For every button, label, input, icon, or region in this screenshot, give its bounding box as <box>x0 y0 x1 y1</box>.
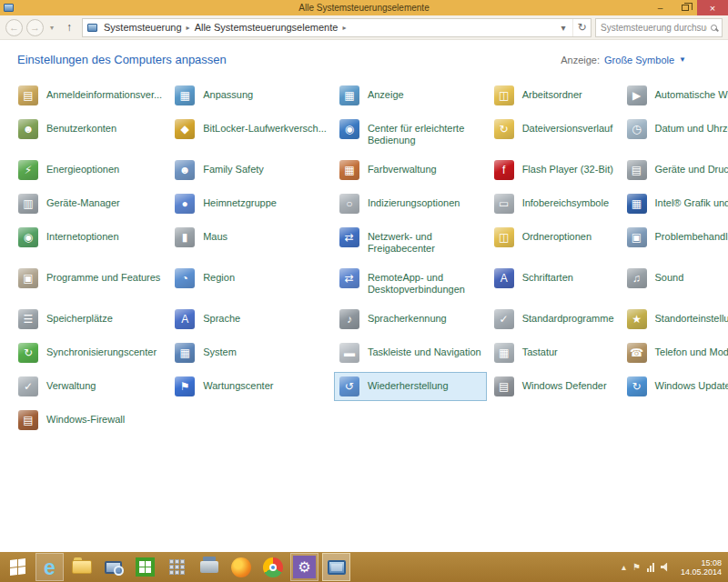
control-panel-item[interactable]: ASprache <box>169 305 332 334</box>
devices-icon[interactable] <box>195 553 223 581</box>
view-label: Anzeige: <box>561 55 600 65</box>
tray-expand-icon[interactable]: ▴ <box>622 562 626 572</box>
control-panel-item-label: Verwaltung <box>46 376 96 392</box>
address-field[interactable]: Systemsteuerung ▸ Alle Systemsteuerungse… <box>82 18 592 37</box>
control-panel-window-icon[interactable] <box>322 553 350 581</box>
control-panel-item[interactable]: ✓Verwaltung <box>13 372 167 401</box>
action-center-flag-icon[interactable]: ⚑ <box>632 562 641 572</box>
breadcrumb-control-panel[interactable]: Systemsteuerung <box>101 22 185 33</box>
control-panel-item-label: Region <box>203 268 235 284</box>
control-panel-item[interactable]: ★Standorteinstellungen <box>622 305 728 334</box>
control-panel-item-label: Wartungscenter <box>203 376 273 392</box>
history-dropdown-icon[interactable]: ▾ <box>47 24 56 32</box>
control-panel-item[interactable]: ☰Speicherplätze <box>13 305 167 334</box>
control-panel-item-label: Energieoptionen <box>46 160 119 176</box>
control-panel-item[interactable]: ◉Internetoptionen <box>13 223 167 259</box>
credential-manager-icon: ▤ <box>18 85 38 105</box>
control-panel-item[interactable]: ▮Maus <box>169 223 332 259</box>
refresh-icon[interactable]: ↻ <box>572 19 591 36</box>
address-dropdown-icon[interactable]: ▾ <box>554 19 572 36</box>
control-panel-item[interactable]: ▦Farbverwaltung <box>334 156 487 185</box>
minimize-button[interactable]: – <box>648 0 672 15</box>
app-grid-icon[interactable] <box>163 553 191 581</box>
control-panel-item[interactable]: ▦System <box>169 338 332 367</box>
up-button[interactable]: ↑ <box>60 19 78 36</box>
phone-modem-icon: ☎ <box>627 343 647 363</box>
control-panel-item[interactable]: ▣Problembehandlung <box>622 223 728 259</box>
location-settings-icon: ★ <box>627 309 647 329</box>
homegroup-icon: ● <box>175 194 195 214</box>
title-bar: Alle Systemsteuerungselemente – × <box>0 0 728 15</box>
mouse-icon: ▮ <box>175 227 195 247</box>
control-panel-item[interactable]: ⇄RemoteApp- undDesktopverbindungen <box>334 264 487 300</box>
control-panel-item-label: BitLocker-Laufwerkversch... <box>203 119 327 135</box>
search-computer-icon[interactable] <box>99 553 127 581</box>
chrome-icon[interactable] <box>258 553 287 581</box>
control-panel-item[interactable]: ▶Automatische Wiedergabe <box>622 81 728 110</box>
control-panel-item[interactable]: ⇄Netzwerk- undFreigabecenter <box>334 223 487 259</box>
control-panel-item[interactable]: ◉Center für erleichterteBedienung <box>334 115 487 151</box>
control-panel-item[interactable]: ☎Telefon und Modem <box>622 338 728 367</box>
control-panel-item-label: Anpassung <box>203 85 253 101</box>
clock[interactable]: 15:08 14.05.2014 <box>677 558 722 577</box>
control-panel-item[interactable]: ◫Arbeitsordner <box>489 81 620 110</box>
control-panel-grid: ▤Anmeldeinformationsver...▦Anpassung▦Anz… <box>0 75 728 435</box>
control-panel-item[interactable]: ↺Wiederherstellung <box>334 372 487 401</box>
control-panel-item[interactable]: ◔Region <box>169 264 332 300</box>
control-panel-item[interactable]: ☻Family Safety <box>169 156 332 185</box>
control-panel-item[interactable]: ○Indizierungsoptionen <box>334 189 487 218</box>
control-panel-item[interactable]: fFlash Player (32-Bit) <box>489 156 620 185</box>
start-button[interactable] <box>4 553 32 581</box>
search-icon[interactable] <box>711 25 717 31</box>
control-panel-item[interactable]: ✓Standardprogramme <box>489 305 620 334</box>
settings-gear-icon[interactable]: ⚙ <box>290 553 318 581</box>
control-panel-item[interactable]: ↻Synchronisierungscenter <box>13 338 167 367</box>
control-panel-item[interactable]: ↻Dateiversionsverlauf <box>489 115 620 151</box>
file-explorer-icon[interactable] <box>67 553 96 581</box>
network-icon[interactable] <box>647 563 654 572</box>
control-panel-item[interactable]: ●Heimnetzgruppe <box>169 189 332 218</box>
control-panel-item[interactable]: ▬Taskleiste und Navigation <box>334 338 487 367</box>
view-value[interactable]: Große Symbole <box>604 55 674 65</box>
control-panel-item[interactable]: ▣Programme und Features <box>13 264 167 300</box>
maximize-button[interactable] <box>672 0 697 15</box>
control-panel-item[interactable]: ▦Anzeige <box>334 81 487 110</box>
control-panel-item[interactable]: ▤Windows-Firewall <box>13 406 167 435</box>
action-center-icon: ⚑ <box>175 376 195 396</box>
control-panel-item[interactable]: ♫Sound <box>622 264 728 300</box>
taskbar-navigation-icon: ▬ <box>339 343 359 363</box>
control-panel-item[interactable]: ▤Windows Defender <box>489 372 620 401</box>
control-panel-item-label: Anmeldeinformationsver... <box>46 85 162 101</box>
close-button[interactable]: × <box>697 0 728 15</box>
control-panel-item[interactable]: ♪Spracherkennung <box>334 305 487 334</box>
search-input[interactable]: Systemsteuerung durchsuchen <box>595 18 723 37</box>
control-panel-item[interactable]: ⚑Wartungscenter <box>169 372 332 401</box>
control-panel-item-label: Programme und Features <box>46 268 160 284</box>
control-panel-item[interactable]: ☻Benutzerkonten <box>13 115 167 151</box>
control-panel-item[interactable]: ◆BitLocker-Laufwerkversch... <box>169 115 332 151</box>
control-panel-item[interactable]: ASchriftarten <box>489 264 620 300</box>
breadcrumb-all-items[interactable]: Alle Systemsteuerungselemente <box>192 22 341 33</box>
control-panel-item[interactable]: ▦Tastatur <box>489 338 620 367</box>
windows-store-icon[interactable] <box>131 553 159 581</box>
control-panel-item[interactable]: ▭Infobereichsymbole <box>489 189 620 218</box>
view-selector[interactable]: Anzeige: Große Symbole ▼ <box>561 55 686 65</box>
internet-explorer-icon[interactable]: e <box>35 553 64 581</box>
recovery-icon: ↺ <box>339 376 359 396</box>
control-panel-item[interactable]: ▥Geräte-Manager <box>13 189 167 218</box>
control-panel-item[interactable]: ▤Anmeldeinformationsver... <box>13 81 167 110</box>
back-button[interactable]: ← <box>5 19 23 36</box>
control-panel-item-label: Datum und Uhrzeit <box>655 119 728 135</box>
control-panel-item[interactable]: ▤Geräte und Drucker <box>622 156 728 185</box>
control-panel-item[interactable]: ▦Intel® Grafik und Medien <box>622 189 728 218</box>
firefox-icon[interactable] <box>227 553 255 581</box>
control-panel-item[interactable]: ◫Ordneroptionen <box>489 223 620 259</box>
volume-icon[interactable] <box>661 563 671 572</box>
content-area: Einstellungen des Computers anpassen Anz… <box>0 40 728 552</box>
forward-button[interactable]: → <box>26 19 44 36</box>
control-panel-item[interactable]: ◷Datum und Uhrzeit <box>622 115 728 151</box>
control-panel-item[interactable]: ⚡Energieoptionen <box>13 156 167 185</box>
keyboard-icon: ▦ <box>494 343 514 363</box>
control-panel-item[interactable]: ▦Anpassung <box>169 81 332 110</box>
control-panel-item[interactable]: ↻Windows Update <box>622 372 728 401</box>
